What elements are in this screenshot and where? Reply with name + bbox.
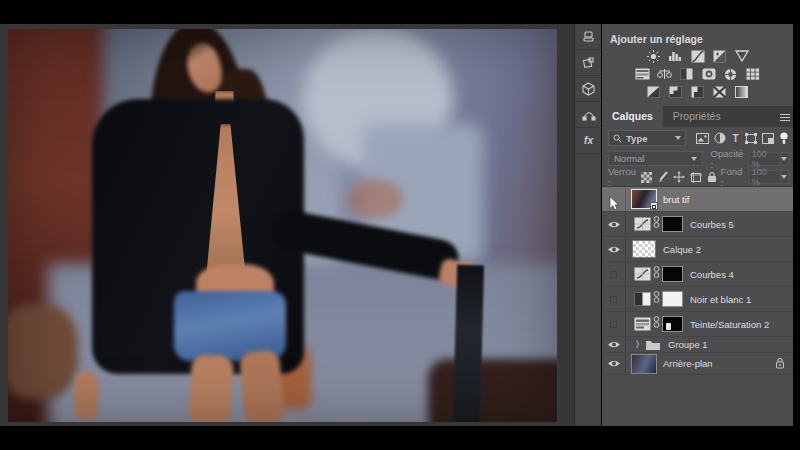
- gradient-map-icon[interactable]: [712, 86, 727, 99]
- filter-pixel-layers-icon[interactable]: [696, 132, 709, 145]
- filter-shape-layers-icon[interactable]: [745, 132, 757, 145]
- layer-styles-panel-icon[interactable]: fx: [575, 128, 602, 154]
- lock-paint-icon[interactable]: [656, 171, 669, 184]
- adjustments-title: Ajouter un réglage: [602, 24, 793, 47]
- layer-row-calque-2[interactable]: Calque 2: [602, 237, 793, 262]
- filter-type-layers-icon[interactable]: T: [731, 132, 740, 145]
- layer-thumbnail[interactable]: [632, 355, 656, 373]
- invert-icon[interactable]: [646, 86, 661, 99]
- visibility-toggle[interactable]: [602, 287, 626, 311]
- filter-smart-objects-icon[interactable]: [762, 132, 774, 145]
- blend-mode-select[interactable]: Normal: [608, 151, 703, 166]
- layer-row-courbes-5[interactable]: Courbes 5: [602, 212, 793, 237]
- visibility-toggle[interactable]: [602, 353, 626, 374]
- paths-panel-icon[interactable]: [575, 102, 602, 128]
- filter-adjustment-layers-icon[interactable]: [714, 132, 726, 145]
- brightness-contrast-icon[interactable]: [646, 50, 661, 63]
- visibility-toggle[interactable]: [602, 187, 626, 211]
- lock-all-icon[interactable]: [706, 171, 719, 184]
- filter-toggle-icon[interactable]: [779, 132, 789, 145]
- layer-thumbnail[interactable]: [632, 240, 656, 258]
- layer-mask-thumbnail[interactable]: [662, 266, 683, 282]
- panel-menu-icon[interactable]: [780, 112, 790, 123]
- photo-filter-icon[interactable]: [701, 68, 716, 81]
- lock-move-icon[interactable]: [673, 171, 686, 184]
- layer-name[interactable]: Courbes 5: [690, 219, 734, 230]
- visibility-toggle[interactable]: [602, 237, 626, 261]
- layer-mask-thumbnail[interactable]: [662, 291, 683, 307]
- channel-mixer-icon[interactable]: [723, 68, 738, 81]
- layer-name[interactable]: Arrière-plan: [663, 358, 713, 369]
- stamp-panel-icon[interactable]: [575, 24, 602, 50]
- layer-name[interactable]: brut tif: [663, 194, 689, 205]
- layer-name[interactable]: Groupe 1: [668, 339, 708, 350]
- group-expand-caret-icon[interactable]: 〉: [636, 339, 639, 350]
- shapes-panel-icon[interactable]: [575, 50, 602, 76]
- exposure-icon[interactable]: [712, 50, 727, 63]
- layer-row-groupe-1[interactable]: 〉 Groupe 1: [602, 337, 793, 353]
- visibility-toggle[interactable]: [602, 337, 626, 352]
- mask-link-icon[interactable]: [653, 215, 660, 233]
- eye-icon: [607, 359, 621, 368]
- filter-type-dropdown[interactable]: Type: [608, 130, 686, 146]
- fill-dropdown-arrow[interactable]: [781, 170, 789, 184]
- layer-filter-bar: Type T: [602, 127, 793, 149]
- lock-transparency-icon[interactable]: [640, 171, 653, 184]
- mouse-cursor-icon: [609, 196, 620, 211]
- layer-mask-thumbnail[interactable]: [662, 216, 683, 232]
- blend-mode-value: Normal: [614, 153, 645, 164]
- layer-name[interactable]: Noir et blanc 1: [690, 294, 751, 305]
- color-balance-icon[interactable]: [657, 68, 672, 81]
- layer-mask-thumbnail[interactable]: [662, 316, 683, 332]
- chevron-down-icon: [691, 157, 697, 161]
- visibility-toggle[interactable]: [602, 312, 626, 336]
- selective-color-icon[interactable]: [734, 86, 749, 99]
- curves-adjustment-icon[interactable]: [634, 217, 651, 231]
- color-lookup-icon[interactable]: [745, 68, 760, 81]
- fill-value[interactable]: 100 %: [748, 170, 781, 184]
- adjustments-row-2: [602, 65, 793, 83]
- layer-row-brut-tif[interactable]: brut tif: [602, 187, 793, 212]
- layer-name[interactable]: Teinte/Saturation 2: [690, 319, 769, 330]
- visibility-toggle[interactable]: [602, 262, 626, 286]
- levels-icon[interactable]: [668, 50, 683, 63]
- layer-row-noir-et-blanc-1[interactable]: Noir et blanc 1: [602, 287, 793, 312]
- tab-calques[interactable]: Calques: [602, 106, 663, 127]
- mask-link-icon[interactable]: [653, 265, 660, 283]
- background-lock-icon[interactable]: [775, 355, 785, 373]
- vibrance-icon[interactable]: [734, 50, 749, 63]
- layer-thumbnail[interactable]: [632, 190, 656, 208]
- eye-icon: [607, 245, 621, 254]
- adjustments-row-3: [602, 83, 793, 101]
- mask-link-icon[interactable]: [653, 315, 660, 333]
- fx-glyph: fx: [584, 135, 593, 146]
- lock-bar: Verrou : Fond : 100 %: [602, 168, 793, 186]
- posterize-icon[interactable]: [668, 86, 683, 99]
- opacity-value[interactable]: 100 %: [748, 152, 781, 166]
- visibility-toggle[interactable]: [602, 212, 626, 236]
- tab-proprietes[interactable]: Propriétés: [663, 106, 731, 127]
- search-icon: [613, 134, 622, 143]
- layer-name[interactable]: Courbes 4: [690, 269, 734, 280]
- curves-icon[interactable]: [690, 50, 705, 63]
- layer-row-teinte-saturation-2[interactable]: Teinte/Saturation 2: [602, 312, 793, 337]
- black-white-adjustment-icon[interactable]: [634, 292, 651, 306]
- canvas-workspace: [0, 24, 574, 426]
- layer-row-arriere-plan[interactable]: Arrière-plan: [602, 353, 793, 375]
- hue-saturation-adjustment-icon[interactable]: [634, 317, 651, 331]
- lock-artboard-icon[interactable]: [689, 171, 702, 184]
- layer-name[interactable]: Calque 2: [663, 244, 701, 255]
- mask-link-icon[interactable]: [653, 290, 660, 308]
- lock-label: Verrou :: [608, 166, 638, 188]
- black-white-icon[interactable]: [679, 68, 694, 81]
- photo-canvas[interactable]: [8, 29, 557, 422]
- adjustments-row-1: [602, 47, 793, 65]
- curves-adjustment-icon[interactable]: [634, 267, 651, 281]
- 3d-panel-icon[interactable]: [575, 76, 602, 102]
- threshold-icon[interactable]: [690, 86, 705, 99]
- photoshop-workspace: fx Ajouter un réglage: [0, 24, 793, 426]
- opacity-dropdown-arrow[interactable]: [781, 152, 789, 166]
- layer-row-courbes-4[interactable]: Courbes 4: [602, 262, 793, 287]
- hue-saturation-icon[interactable]: [635, 68, 650, 81]
- chevron-down-icon: [675, 136, 681, 140]
